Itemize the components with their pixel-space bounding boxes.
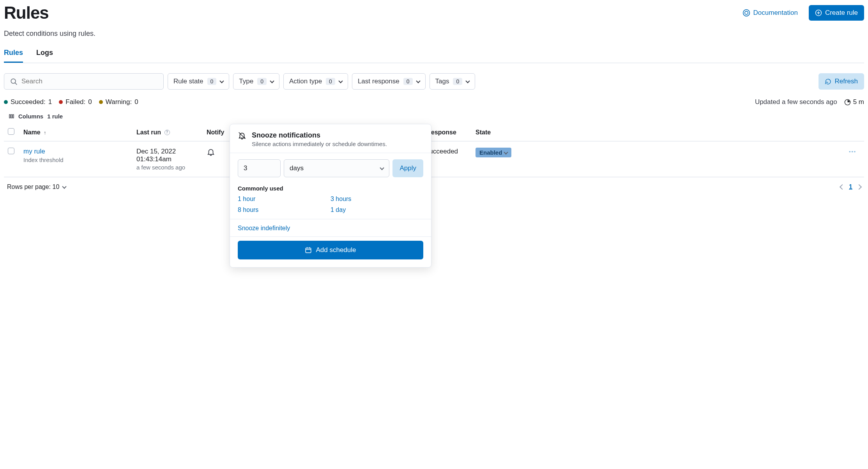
status-warning-label: Warning: [106,98,132,106]
page-header: Rules Documentation Create rule [4,3,864,23]
chevron-down-icon [270,79,274,83]
chevron-down-icon [338,79,343,83]
filter-type-count: 0 [257,78,267,85]
svg-line-6 [15,83,17,85]
filter-last-response[interactable]: Last response 0 [352,73,426,90]
row-checkbox[interactable] [8,148,14,154]
filter-rule-state[interactable]: Rule state 0 [168,73,229,90]
rule-count: 1 rule [47,113,63,120]
popover-subtitle: Silence actions immediately or schedule … [252,141,387,147]
svg-point-5 [11,79,16,83]
popover-title: Snooze notifications [252,131,387,139]
updated-text: Updated a few seconds ago [755,98,837,106]
chevron-down-icon [62,184,67,189]
select-all-checkbox[interactable] [8,128,14,135]
status-warning-value: 0 [134,98,138,106]
svg-rect-10 [13,115,14,118]
columns-row: Columns 1 rule [4,113,864,120]
filter-last-response-count: 0 [403,78,413,85]
help-circle-icon [742,9,750,17]
svg-rect-9 [11,115,12,118]
create-rule-label: Create rule [825,9,858,17]
popover-header: Snooze notifications Silence actions imm… [230,124,431,153]
pager-prev[interactable] [840,183,844,190]
sort-asc-icon: ↑ [44,130,46,136]
th-state[interactable]: State [472,123,534,141]
page-subtitle: Detect conditions using rules. [4,30,864,38]
refresh-interval-value: 5 m [853,98,864,106]
svg-point-0 [743,10,750,16]
filter-tags-count: 0 [453,78,462,85]
refresh-interval[interactable]: 5 m [844,98,864,106]
table-footer: Rows per page: 10 1 [4,177,864,190]
table-row: my rule Index threshold Dec 15, 2022 01:… [4,141,864,177]
apply-button[interactable]: Apply [392,159,423,177]
chevron-down-icon [504,150,508,154]
snooze-duration-input[interactable] [238,159,281,177]
th-last-run[interactable]: Last run [136,129,161,136]
rows-per-page[interactable]: Rows per page: 10 [7,183,66,190]
last-run-time: 01:43:14am [136,155,199,163]
row-actions-button[interactable]: ▫▫▫ [849,149,856,154]
search-input[interactable] [21,78,158,85]
status-row: Succeeded: 1 Failed: 0 Warning: 0 Update… [4,98,864,106]
rules-table: Name ↑ Last run ? Notify t response Stat… [4,123,864,177]
tab-rules[interactable]: Rules [4,49,23,63]
snooze-popover: Snooze notifications Silence actions imm… [230,124,431,194]
filter-rule-state-count: 0 [207,78,217,85]
status-failed-value: 0 [88,98,92,106]
search-input-wrapper[interactable] [4,73,164,90]
state-value: Enabled [479,149,502,156]
chevron-down-icon [220,79,224,83]
page-title: Rules [4,3,49,23]
refresh-button[interactable]: Refresh [819,73,864,90]
header-actions: Documentation Create rule [742,5,864,21]
create-rule-button[interactable]: Create rule [809,5,864,21]
documentation-link[interactable]: Documentation [742,9,798,17]
popover-body: days Apply Commonly used 1 hour 3 hours … [230,153,431,194]
last-run-date: Dec 15, 2022 [136,148,199,155]
state-badge[interactable]: Enabled [476,148,511,157]
status-warning: Warning: 0 [99,98,138,106]
plus-circle-icon [815,9,822,16]
snooze-input-row: days Apply [238,159,423,177]
filter-action-type-count: 0 [326,78,335,85]
columns-toggle[interactable]: Columns [18,113,43,120]
filter-type[interactable]: Type 0 [233,73,279,90]
filter-action-type[interactable]: Action type 0 [283,73,348,90]
filter-tags[interactable]: Tags 0 [430,73,476,90]
filter-last-response-label: Last response [358,78,400,85]
search-icon [10,78,18,85]
clock-icon [844,99,851,106]
bell-off-icon [238,131,246,140]
rows-per-page-label: Rows per page: 10 [7,183,59,190]
documentation-link-label: Documentation [753,9,798,17]
chevron-down-icon [466,79,470,83]
pager-next[interactable] [857,183,861,190]
status-failed-label: Failed: [65,98,85,106]
filter-rule-state-label: Rule state [173,78,203,85]
status-succeeded-label: Succeeded: [11,98,46,106]
chevron-right-icon [856,184,862,190]
filter-action-type-label: Action type [289,78,322,85]
commonly-used-title: Commonly used [238,185,423,192]
snooze-unit-select[interactable]: days [284,159,389,177]
bell-icon[interactable] [207,148,215,156]
dot-icon [4,100,8,104]
info-icon[interactable]: ? [164,130,170,135]
filter-tags-label: Tags [435,78,449,85]
dot-icon [99,100,103,104]
tab-logs[interactable]: Logs [36,49,53,63]
status-succeeded-value: 1 [48,98,52,106]
dot-icon [59,100,63,104]
pager-page-number[interactable]: 1 [849,183,852,190]
svg-point-1 [744,11,748,14]
last-run-relative: a few seconds ago [136,164,199,171]
snooze-unit-value: days [290,164,304,172]
columns-icon[interactable] [9,113,14,119]
status-failed: Failed: 0 [59,98,92,106]
status-succeeded: Succeeded: 1 [4,98,52,106]
rule-name-link[interactable]: my rule [23,148,129,155]
chevron-left-icon [840,184,845,190]
th-name[interactable]: Name [23,129,41,136]
